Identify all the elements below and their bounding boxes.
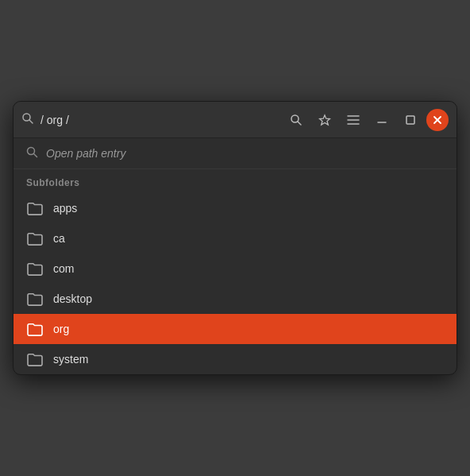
minimize-button[interactable]	[369, 107, 395, 133]
titlebar-actions	[283, 107, 449, 133]
folder-name: org	[53, 323, 69, 335]
folder-item[interactable]: desktop	[13, 284, 457, 314]
content-area: Open path entry Subfolders apps ca	[13, 138, 457, 374]
search-button[interactable]	[283, 107, 309, 133]
svg-line-1	[29, 120, 33, 123]
folder-item[interactable]: ca	[13, 223, 457, 253]
path-search-icon	[21, 112, 34, 127]
folder-name: desktop	[53, 292, 92, 305]
subfolders-label: Subfolders	[13, 169, 457, 193]
folder-list: apps ca com desktop	[13, 193, 457, 374]
folder-item[interactable]: org	[13, 314, 457, 344]
search-placeholder-text: Open path entry	[46, 147, 125, 160]
titlebar-path: / org /	[21, 112, 283, 127]
folder-item[interactable]: com	[13, 253, 457, 284]
file-manager-window: / org /	[13, 101, 457, 375]
folder-name: apps	[53, 202, 77, 215]
search-row[interactable]: Open path entry	[13, 138, 457, 169]
folder-item[interactable]: system	[13, 344, 457, 374]
folder-icon	[26, 350, 44, 368]
folder-icon	[26, 230, 44, 247]
maximize-button[interactable]	[398, 107, 423, 133]
folder-icon	[26, 290, 44, 308]
folder-name: ca	[53, 232, 65, 245]
folder-item[interactable]: apps	[13, 193, 457, 223]
folder-name: system	[53, 353, 88, 366]
bookmark-button[interactable]	[312, 107, 337, 133]
folder-icon	[26, 320, 44, 338]
close-button[interactable]	[426, 109, 449, 131]
folder-icon	[26, 260, 44, 277]
folder-icon	[26, 199, 44, 217]
titlebar: / org /	[13, 102, 457, 138]
folder-name: com	[53, 262, 74, 275]
svg-line-13	[34, 154, 37, 157]
svg-line-3	[298, 122, 301, 125]
svg-rect-9	[406, 116, 414, 124]
menu-button[interactable]	[341, 107, 366, 133]
search-row-icon	[26, 146, 38, 161]
svg-marker-4	[320, 115, 330, 125]
current-path: / org /	[40, 114, 69, 126]
